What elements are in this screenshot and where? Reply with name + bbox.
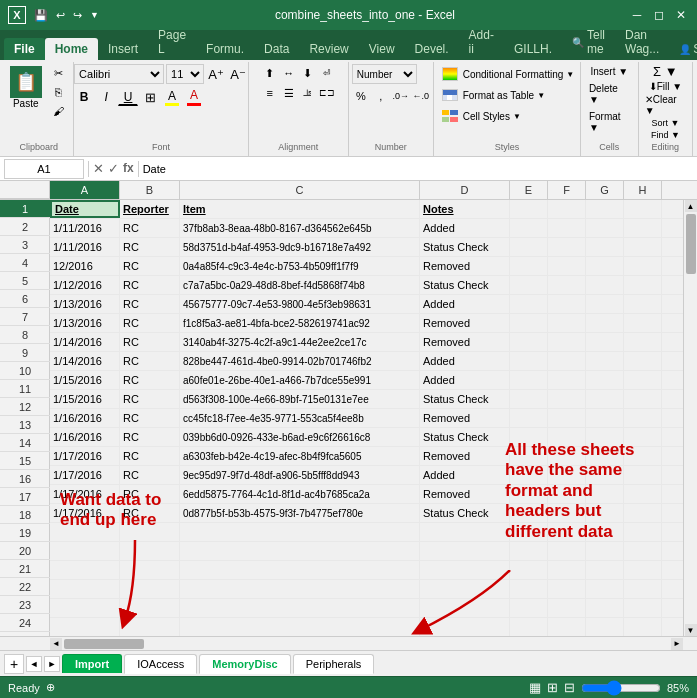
row-header-21[interactable]: 21 [0,560,50,578]
italic-button[interactable]: I [96,88,116,106]
tab-dan-wag[interactable]: Dan Wag... [615,24,669,60]
clear-btn[interactable]: ✕Clear ▼ [645,94,686,116]
align-middle-btn[interactable]: ↔ [280,64,298,82]
row-header-10[interactable]: 10 [0,362,50,380]
undo-quick-btn[interactable]: ↩ [54,9,67,22]
cell-f1[interactable] [548,200,586,218]
increase-font-btn[interactable]: A⁺ [206,65,226,83]
cell-a15[interactable]: 1/17/2016 [50,466,120,484]
align-top-btn[interactable]: ⬆ [261,64,279,82]
cell-d15[interactable]: Added [420,466,510,484]
row-header-23[interactable]: 23 [0,596,50,614]
row-header-6[interactable]: 6 [0,290,50,308]
font-name-select[interactable]: Calibri [74,64,164,84]
tab-file[interactable]: File [4,38,45,60]
row-header-2[interactable]: 2 [0,218,50,236]
close-btn[interactable]: ✕ [673,7,689,23]
accessibility-icon[interactable]: ⊕ [46,681,55,694]
new-sheet-btn[interactable]: + [4,654,24,674]
cell-c17[interactable]: 0d877b5f-b53b-4575-9f3f-7b4775ef780e [180,504,420,522]
border-button[interactable]: ⊞ [140,88,160,106]
row-header-3[interactable]: 3 [0,236,50,254]
font-color-button[interactable]: A [184,88,204,106]
tab-share[interactable]: 👤Share [669,38,697,60]
cell-b12[interactable]: RC [120,409,180,427]
cell-a12[interactable]: 1/16/2016 [50,409,120,427]
autosum-btn[interactable]: Σ ▼ [653,64,678,79]
cell-d7[interactable]: Removed [420,314,510,332]
cell-c14[interactable]: a6303feb-b42e-4c19-afec-8b4f9fca5605 [180,447,420,465]
decrease-decimal-btn[interactable]: ←.0 [412,87,430,105]
zoom-slider[interactable] [581,682,661,694]
tab-view[interactable]: View [359,38,405,60]
cell-b4[interactable]: RC [120,257,180,275]
cell-h1[interactable] [624,200,662,218]
increase-decimal-btn[interactable]: .0→ [392,87,410,105]
decrease-font-btn[interactable]: A⁻ [228,65,248,83]
cell-a7[interactable]: 1/13/2016 [50,314,120,332]
cell-c16[interactable]: 6edd5875-7764-4c1d-8f1d-ac4b7685ca2a [180,485,420,503]
cell-c12[interactable]: cc45fc18-f7ee-4e35-9771-553ca5f4ee8b [180,409,420,427]
cell-b2[interactable]: RC [120,219,180,237]
cell-a9[interactable]: 1/14/2016 [50,352,120,370]
row-header-18[interactable]: 18 [0,506,50,524]
cell-c2[interactable]: 37fb8ab3-8eaa-48b0-8167-d364562e645b [180,219,420,237]
col-header-g[interactable]: G [586,181,624,199]
format-cells-btn[interactable]: Format ▼ [587,109,632,135]
conditional-formatting-btn[interactable]: Conditional Formatting ▼ [435,64,580,84]
cell-c10[interactable]: a60fe01e-26be-40e1-a466-7b7dce55e991 [180,371,420,389]
find-select-btn[interactable]: Find ▼ [651,130,680,140]
cell-b15[interactable]: RC [120,466,180,484]
scroll-right-btn[interactable]: ► [671,638,683,650]
sheet-tab-memorydisc[interactable]: MemoryDisc [199,654,290,674]
name-box[interactable] [4,159,84,179]
wrap-text-btn[interactable]: ⏎ [318,64,336,82]
row-header-17[interactable]: 17 [0,488,50,506]
cell-b5[interactable]: RC [120,276,180,294]
row-header-16[interactable]: 16 [0,470,50,488]
align-right-btn[interactable]: ⫡ [299,84,317,102]
cell-styles-btn[interactable]: Cell Styles ▼ [435,106,526,126]
row-header-11[interactable]: 11 [0,380,50,398]
cell-d11[interactable]: Status Check [420,390,510,408]
cell-b9[interactable]: RC [120,352,180,370]
cell-b14[interactable]: RC [120,447,180,465]
cell-a1[interactable]: Date [50,200,120,218]
align-center-btn[interactable]: ☰ [280,84,298,102]
delete-cells-btn[interactable]: Delete ▼ [587,81,632,107]
paste-button[interactable]: 📋 Paste [8,64,44,111]
cell-d2[interactable]: Added [420,219,510,237]
row-header-24[interactable]: 24 [0,614,50,632]
col-header-b[interactable]: B [120,181,180,199]
cell-a10[interactable]: 1/15/2016 [50,371,120,389]
col-header-c[interactable]: C [180,181,420,199]
tab-formulas[interactable]: Formu. [196,38,254,60]
sort-filter-btn[interactable]: Sort ▼ [651,118,679,128]
scroll-tabs-left-btn[interactable]: ◄ [26,656,42,672]
tab-home[interactable]: Home [45,38,98,60]
cell-b10[interactable]: RC [120,371,180,389]
cell-a11[interactable]: 1/15/2016 [50,390,120,408]
row-header-15[interactable]: 15 [0,452,50,470]
row-header-5[interactable]: 5 [0,272,50,290]
cell-g1[interactable] [586,200,624,218]
cell-a13[interactable]: 1/16/2016 [50,428,120,446]
horizontal-scrollbar[interactable]: ◄ ► [50,637,683,650]
cell-d5[interactable]: Status Check [420,276,510,294]
bold-button[interactable]: B [74,88,94,106]
restore-btn[interactable]: ◻ [651,7,667,23]
cell-b7[interactable]: RC [120,314,180,332]
view-normal-btn[interactable]: ▦ [529,680,541,695]
cell-c13[interactable]: 039bb6d0-0926-433e-b6ad-e9c6f26616c8 [180,428,420,446]
cell-a14[interactable]: 1/17/2016 [50,447,120,465]
cell-c9[interactable]: 828be447-461d-4be0-9914-02b701746fb2 [180,352,420,370]
col-header-a[interactable]: A [50,181,120,199]
scroll-thumb-h[interactable] [64,639,144,649]
cell-a4[interactable]: 12/2016 [50,257,120,275]
row-header-8[interactable]: 8 [0,326,50,344]
row-header-12[interactable]: 12 [0,398,50,416]
cell-d1[interactable]: Notes [420,200,510,218]
tab-review[interactable]: Review [299,38,358,60]
cell-d3[interactable]: Status Check [420,238,510,256]
view-break-btn[interactable]: ⊟ [564,680,575,695]
